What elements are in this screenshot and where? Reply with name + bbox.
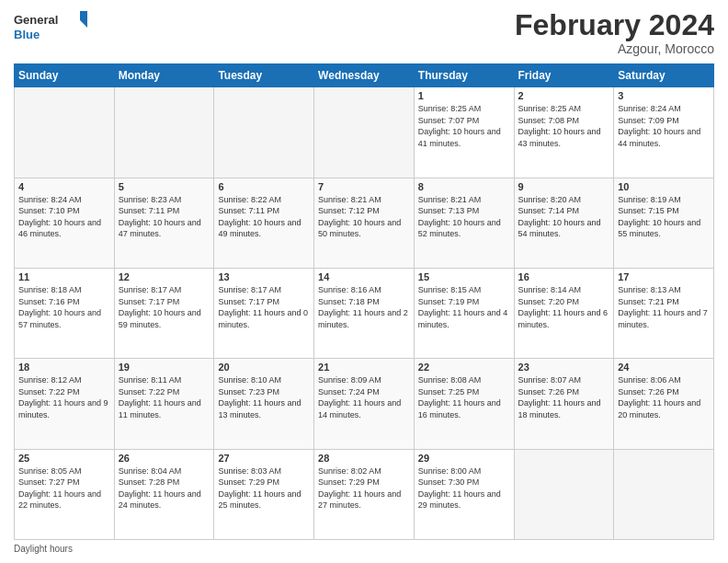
location: Azgour, Morocco	[515, 41, 714, 56]
title-block: February 2024 Azgour, Morocco	[515, 9, 714, 56]
table-cell: 28Sunrise: 8:02 AM Sunset: 7:29 PM Dayli…	[314, 449, 415, 539]
day-number: 10	[618, 181, 710, 192]
calendar-header-row: Sunday Monday Tuesday Wednesday Thursday…	[15, 64, 714, 87]
table-cell	[614, 449, 714, 539]
day-info: Sunrise: 8:15 AM Sunset: 7:19 PM Dayligh…	[418, 284, 510, 330]
day-info: Sunrise: 8:21 AM Sunset: 7:12 PM Dayligh…	[318, 194, 410, 240]
day-number: 21	[318, 362, 410, 373]
day-info: Sunrise: 8:11 AM Sunset: 7:22 PM Dayligh…	[119, 374, 210, 420]
day-number: 16	[518, 271, 610, 282]
day-number: 15	[418, 271, 510, 282]
table-cell: 19Sunrise: 8:11 AM Sunset: 7:22 PM Dayli…	[114, 359, 214, 449]
col-monday: Monday	[114, 64, 214, 87]
table-cell: 16Sunrise: 8:14 AM Sunset: 7:20 PM Dayli…	[514, 268, 614, 358]
day-info: Sunrise: 8:14 AM Sunset: 7:20 PM Dayligh…	[518, 284, 610, 330]
week-row-5: 25Sunrise: 8:05 AM Sunset: 7:27 PM Dayli…	[15, 449, 714, 539]
day-info: Sunrise: 8:18 AM Sunset: 7:16 PM Dayligh…	[18, 284, 110, 330]
day-number: 1	[418, 90, 510, 101]
table-cell: 20Sunrise: 8:10 AM Sunset: 7:23 PM Dayli…	[214, 359, 314, 449]
day-info: Sunrise: 8:08 AM Sunset: 7:25 PM Dayligh…	[418, 374, 510, 420]
day-info: Sunrise: 8:25 AM Sunset: 7:08 PM Dayligh…	[518, 103, 610, 149]
table-cell: 7Sunrise: 8:21 AM Sunset: 7:12 PM Daylig…	[314, 178, 415, 268]
table-cell: 18Sunrise: 8:12 AM Sunset: 7:22 PM Dayli…	[15, 359, 115, 449]
day-info: Sunrise: 8:00 AM Sunset: 7:30 PM Dayligh…	[418, 465, 510, 511]
day-number: 24	[618, 362, 710, 373]
day-number: 23	[518, 362, 610, 373]
day-info: Sunrise: 8:13 AM Sunset: 7:21 PM Dayligh…	[618, 284, 710, 330]
table-cell: 2Sunrise: 8:25 AM Sunset: 7:08 PM Daylig…	[514, 87, 614, 178]
svg-text:General: General	[14, 13, 58, 27]
table-cell: 13Sunrise: 8:17 AM Sunset: 7:17 PM Dayli…	[214, 268, 314, 358]
table-cell: 8Sunrise: 8:21 AM Sunset: 7:13 PM Daylig…	[414, 178, 514, 268]
table-cell: 5Sunrise: 8:23 AM Sunset: 7:11 PM Daylig…	[114, 178, 214, 268]
col-wednesday: Wednesday	[314, 64, 415, 87]
day-info: Sunrise: 8:22 AM Sunset: 7:11 PM Dayligh…	[218, 194, 310, 240]
day-number: 12	[119, 271, 210, 282]
day-info: Sunrise: 8:24 AM Sunset: 7:09 PM Dayligh…	[618, 103, 710, 149]
day-info: Sunrise: 8:20 AM Sunset: 7:14 PM Dayligh…	[518, 194, 610, 240]
day-number: 27	[218, 453, 310, 464]
day-number: 7	[318, 181, 410, 192]
table-cell: 12Sunrise: 8:17 AM Sunset: 7:17 PM Dayli…	[114, 268, 214, 358]
day-number: 17	[618, 271, 710, 282]
day-info: Sunrise: 8:16 AM Sunset: 7:18 PM Dayligh…	[318, 284, 410, 330]
day-number: 25	[18, 453, 110, 464]
day-info: Sunrise: 8:10 AM Sunset: 7:23 PM Dayligh…	[218, 374, 310, 420]
day-number: 9	[518, 181, 610, 192]
day-info: Sunrise: 8:07 AM Sunset: 7:26 PM Dayligh…	[518, 374, 610, 420]
table-cell: 6Sunrise: 8:22 AM Sunset: 7:11 PM Daylig…	[214, 178, 314, 268]
day-number: 19	[119, 362, 210, 373]
week-row-2: 4Sunrise: 8:24 AM Sunset: 7:10 PM Daylig…	[15, 178, 714, 268]
day-info: Sunrise: 8:02 AM Sunset: 7:29 PM Dayligh…	[318, 465, 410, 511]
day-info: Sunrise: 8:12 AM Sunset: 7:22 PM Dayligh…	[18, 374, 110, 420]
footer: Daylight hours	[14, 544, 714, 554]
table-cell: 26Sunrise: 8:04 AM Sunset: 7:28 PM Dayli…	[114, 449, 214, 539]
table-cell: 21Sunrise: 8:09 AM Sunset: 7:24 PM Dayli…	[314, 359, 415, 449]
table-cell: 10Sunrise: 8:19 AM Sunset: 7:15 PM Dayli…	[614, 178, 714, 268]
day-info: Sunrise: 8:17 AM Sunset: 7:17 PM Dayligh…	[119, 284, 210, 330]
page: General Blue February 2024 Azgour, Moroc…	[0, 0, 728, 563]
table-cell: 14Sunrise: 8:16 AM Sunset: 7:18 PM Dayli…	[314, 268, 415, 358]
table-cell: 17Sunrise: 8:13 AM Sunset: 7:21 PM Dayli…	[614, 268, 714, 358]
table-cell: 29Sunrise: 8:00 AM Sunset: 7:30 PM Dayli…	[414, 449, 514, 539]
week-row-3: 11Sunrise: 8:18 AM Sunset: 7:16 PM Dayli…	[15, 268, 714, 358]
day-number: 8	[418, 181, 510, 192]
header: General Blue February 2024 Azgour, Moroc…	[14, 9, 714, 56]
table-cell: 1Sunrise: 8:25 AM Sunset: 7:07 PM Daylig…	[414, 87, 514, 178]
calendar-table: Sunday Monday Tuesday Wednesday Thursday…	[14, 63, 714, 540]
col-tuesday: Tuesday	[214, 64, 314, 87]
svg-marker-2	[80, 11, 87, 28]
table-cell: 4Sunrise: 8:24 AM Sunset: 7:10 PM Daylig…	[15, 178, 115, 268]
day-info: Sunrise: 8:24 AM Sunset: 7:10 PM Dayligh…	[18, 194, 110, 240]
day-number: 13	[218, 271, 310, 282]
day-number: 3	[618, 90, 710, 101]
col-saturday: Saturday	[614, 64, 714, 87]
table-cell	[214, 87, 314, 178]
day-info: Sunrise: 8:05 AM Sunset: 7:27 PM Dayligh…	[18, 465, 110, 511]
day-number: 5	[119, 181, 210, 192]
day-info: Sunrise: 8:21 AM Sunset: 7:13 PM Dayligh…	[418, 194, 510, 240]
day-info: Sunrise: 8:23 AM Sunset: 7:11 PM Dayligh…	[119, 194, 210, 240]
day-number: 28	[318, 453, 410, 464]
day-info: Sunrise: 8:06 AM Sunset: 7:26 PM Dayligh…	[618, 374, 710, 420]
day-number: 20	[218, 362, 310, 373]
table-cell: 24Sunrise: 8:06 AM Sunset: 7:26 PM Dayli…	[614, 359, 714, 449]
day-number: 2	[518, 90, 610, 101]
day-info: Sunrise: 8:19 AM Sunset: 7:15 PM Dayligh…	[618, 194, 710, 240]
table-cell: 11Sunrise: 8:18 AM Sunset: 7:16 PM Dayli…	[15, 268, 115, 358]
day-info: Sunrise: 8:03 AM Sunset: 7:29 PM Dayligh…	[218, 465, 310, 511]
col-sunday: Sunday	[15, 64, 115, 87]
daylight-label: Daylight hours	[14, 544, 73, 554]
table-cell: 27Sunrise: 8:03 AM Sunset: 7:29 PM Dayli…	[214, 449, 314, 539]
day-info: Sunrise: 8:09 AM Sunset: 7:24 PM Dayligh…	[318, 374, 410, 420]
day-number: 22	[418, 362, 510, 373]
col-friday: Friday	[514, 64, 614, 87]
week-row-4: 18Sunrise: 8:12 AM Sunset: 7:22 PM Dayli…	[15, 359, 714, 449]
table-cell	[15, 87, 115, 178]
day-number: 29	[418, 453, 510, 464]
day-info: Sunrise: 8:25 AM Sunset: 7:07 PM Dayligh…	[418, 103, 510, 149]
col-thursday: Thursday	[414, 64, 514, 87]
table-cell: 25Sunrise: 8:05 AM Sunset: 7:27 PM Dayli…	[15, 449, 115, 539]
table-cell: 3Sunrise: 8:24 AM Sunset: 7:09 PM Daylig…	[614, 87, 714, 178]
table-cell: 9Sunrise: 8:20 AM Sunset: 7:14 PM Daylig…	[514, 178, 614, 268]
